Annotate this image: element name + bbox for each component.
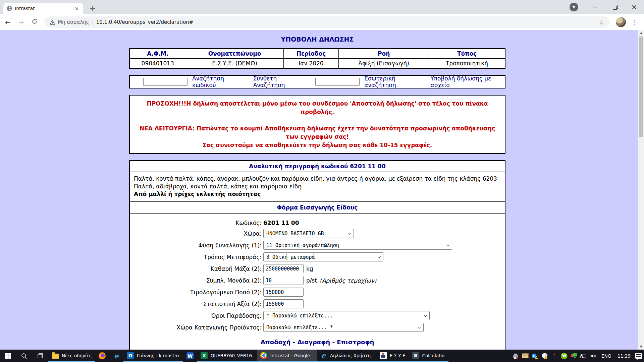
java-icon[interactable] — [551, 353, 558, 359]
globe-favicon-icon — [7, 6, 12, 11]
taskbar-app-firefox[interactable] — [95, 350, 109, 362]
table-row: 090401013 Ε.Σ.Υ.Ε. (DEMO) Ιαν 2020 Άφιξη… — [129, 59, 505, 69]
start-button[interactable] — [0, 350, 16, 362]
description-line-2: Παλτά, αδιάβροχα, κοντά παλτά, κάπες και… — [134, 183, 501, 190]
profile-avatar[interactable] — [616, 17, 626, 27]
network-display-icon[interactable] — [580, 353, 587, 359]
origin-country-select[interactable]: Παρακαλώ επιλέξτε... * — [263, 323, 424, 332]
outlook-icon: O — [127, 352, 134, 359]
warning-line-3: Σας συνιστούμε να αποθηκεύετε την δήλωση… — [135, 141, 500, 149]
header-flow: Ροή — [339, 49, 429, 59]
code-value: 6201 11 00 — [263, 220, 299, 226]
code-label: Κωδικός: — [130, 220, 263, 226]
url-bar[interactable]: Μη ασφαλής 10.1.0.40/euroapps_ver2/decla… — [44, 16, 610, 28]
windows-taskbar: Νέες οδηγίες e O Γιάννης - k.mastro... W… — [0, 350, 644, 362]
taskbar-app-calculator[interactable]: ▦ Calculator — [409, 350, 448, 362]
tab-close-icon[interactable]: × — [74, 5, 80, 12]
file-submit-link[interactable]: Υποβολή δήλωσης με αρχείο — [430, 75, 505, 88]
transport-mode-value: 3 Οδική μεταφορά — [266, 254, 315, 260]
delivery-terms-label: Όροι Παράδοσης: — [130, 312, 263, 319]
code-search-link[interactable]: Αναζήτηση κωδικού — [192, 75, 245, 88]
taskbar-search-button[interactable] — [16, 350, 32, 362]
internal-search-link[interactable]: Εσωτερική αναζήτηση — [364, 75, 423, 88]
internet-explorer-icon: e — [113, 352, 120, 360]
taskbar-app-chrome[interactable]: Intrastat - Google ... — [257, 350, 317, 362]
code-search-input[interactable] — [143, 78, 187, 86]
advanced-search-link[interactable]: Σύνθετη Αναζήτηση — [253, 75, 306, 88]
clock[interactable]: 11:29 — [616, 353, 632, 359]
supplementary-unit-suffix: p/st — [306, 277, 317, 284]
origin-country-value: Παρακαλώ επιλέξτε... * — [266, 324, 333, 330]
browser-tab-bar: Intrastat × + × — [0, 0, 644, 14]
screen-share-icon[interactable] — [571, 353, 577, 359]
return-link[interactable]: Επιστροφή — [337, 339, 374, 346]
supplementary-unit-label: Συμπλ. Μονάδα (2): — [130, 277, 263, 284]
delivery-terms-select[interactable]: * Παρακαλώ επιλέξτε... — [263, 311, 430, 320]
transaction-nature-select[interactable]: 11 Οριστική αγορά/πώληση — [263, 241, 452, 250]
new-tab-button[interactable]: + — [88, 4, 97, 13]
dash-separator: - — [332, 339, 334, 346]
delete-link[interactable]: Διαγραφή — [297, 339, 330, 346]
defender-shield-icon[interactable] — [541, 353, 548, 359]
taskbar-app-folder[interactable]: Νέες οδηγίες — [48, 350, 95, 362]
back-button[interactable]: ← — [2, 16, 13, 28]
country-select[interactable]: ΗΝΩΜΕΝΟ ΒΑΣΙΛΕΙΟ GB — [263, 229, 354, 238]
taskbar-app-word[interactable]: W — [183, 350, 197, 362]
statistical-value-input[interactable] — [263, 299, 304, 308]
volume-icon[interactable] — [590, 353, 597, 359]
outlook-alert-icon[interactable]: O — [532, 353, 538, 359]
minimize-button[interactable] — [586, 0, 605, 14]
search-icon — [21, 353, 28, 359]
printer-icon[interactable] — [512, 353, 519, 359]
chevron-down-icon — [418, 325, 421, 328]
scroll-down-icon[interactable]: ▼ — [638, 344, 644, 350]
chevron-down-icon — [446, 243, 450, 246]
taskbar-app-ie-declarations[interactable]: e Δηλώσεις Χρήστη... — [317, 350, 376, 362]
internal-search-input[interactable] — [315, 78, 360, 86]
cell-type: Τροποποιητική — [429, 59, 505, 69]
browser-menu-icon[interactable]: ⋮ — [631, 19, 637, 25]
task-view-icon — [37, 353, 44, 359]
reload-button[interactable] — [29, 16, 40, 28]
cell-period: Ιαν 2020 — [283, 59, 339, 69]
country-label: Χώρα: — [130, 230, 263, 237]
page-title: ΥΠΟΒΟΛΗ ΔΗΛΩΣΗΣ — [129, 36, 505, 43]
delivery-terms-value: * Παρακαλώ επιλέξτε... — [266, 313, 333, 319]
browser-update-icon[interactable] — [570, 3, 578, 11]
task-view-button[interactable] — [32, 350, 48, 362]
chevron-down-icon — [348, 231, 352, 235]
browser-tab[interactable]: Intrastat × — [3, 3, 83, 14]
scrollbar-thumb[interactable] — [639, 37, 643, 137]
warning-line-1: ΠΡΟΣΟΧΗ!!!Η δήλωση αποστέλεται μόνο μέσω… — [135, 100, 500, 116]
bookmark-star-icon[interactable]: ☆ — [599, 19, 604, 26]
tab-title: Intrastat — [15, 6, 74, 11]
window-close-button[interactable]: × — [625, 0, 644, 14]
net-mass-input[interactable] — [263, 264, 304, 273]
cell-flow: Άφιξη (Εισαγωγή) — [339, 59, 429, 69]
notification-center-icon[interactable] — [635, 353, 642, 359]
scrollbar[interactable]: ▲ ▼ — [638, 30, 644, 350]
taskbar-app-ie[interactable]: e — [109, 350, 123, 362]
webroot-icon[interactable]: W — [561, 353, 568, 359]
url-separator — [93, 19, 93, 25]
mail-icon[interactable] — [522, 353, 529, 359]
taskbar-app-excel[interactable]: X QUERRY60_VER16... — [197, 350, 257, 362]
transport-mode-label: Τρόπος Μεταφοράς: — [130, 254, 263, 260]
excel-icon: X — [201, 352, 208, 359]
restore-button[interactable] — [605, 0, 625, 14]
taskbar-app-esye[interactable]: Ε.Σ.Υ.Ε — [376, 350, 409, 362]
chevron-down-icon — [424, 313, 427, 317]
page-content: ΥΠΟΒΟΛΗ ΔΗΛΩΣΗΣ Α.Φ.Μ. Ονοματεπώνυμο Περ… — [0, 30, 644, 350]
scroll-up-icon[interactable]: ▲ — [638, 30, 644, 36]
accept-link[interactable]: Αποδοχή — [261, 339, 291, 346]
transport-mode-select[interactable]: 3 Οδική μεταφορά — [263, 252, 383, 261]
dash-separator: - — [293, 339, 295, 346]
supplementary-unit-input[interactable] — [263, 276, 304, 285]
forward-button[interactable]: → — [15, 16, 27, 28]
system-tray: O W — [512, 350, 644, 362]
net-mass-label: Καθαρή Μάζα (2): — [130, 265, 263, 272]
invoiced-amount-input[interactable] — [263, 288, 304, 297]
net-mass-unit: kg — [306, 265, 313, 272]
language-indicator[interactable]: ENG — [600, 353, 613, 359]
taskbar-app-outlook[interactable]: O Γιάννης - k.mastro... — [123, 350, 183, 362]
